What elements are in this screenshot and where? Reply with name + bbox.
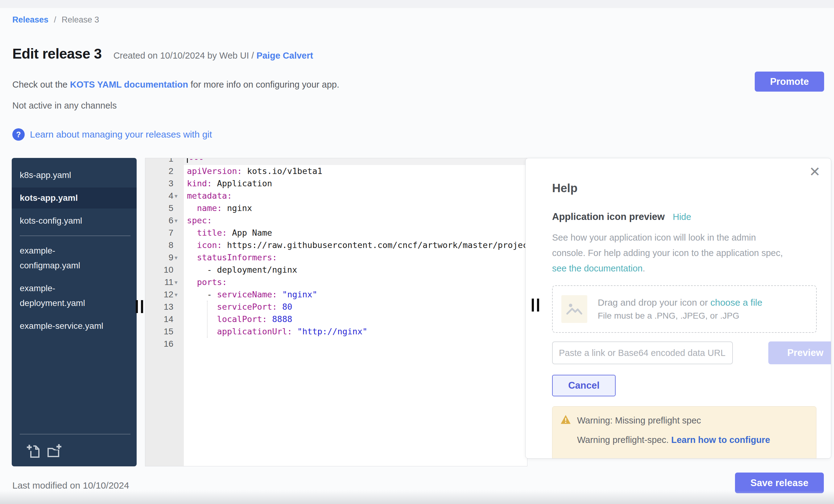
- code-text: name: nginx: [184, 202, 527, 214]
- file-type-hint: File must be a .PNG, .JPEG, or .JPG: [598, 311, 763, 321]
- fold-arrow-icon[interactable]: ▾: [173, 279, 184, 286]
- breadcrumb-separator: /: [54, 15, 57, 24]
- question-icon: ?: [12, 128, 25, 141]
- file-item-k8s-app-yaml[interactable]: k8s-app.yaml: [12, 165, 137, 186]
- code-text: servicePort: 80: [184, 301, 527, 313]
- file-sidebar: k8s-app.yamlkots-app.yamlkots-config.yam…: [12, 158, 137, 466]
- breadcrumb: Releases / Release 3: [12, 15, 99, 25]
- icon-dropzone[interactable]: Drag and drop your icon or choose a file…: [552, 285, 817, 333]
- fold-arrow-icon[interactable]: ▾: [173, 217, 184, 224]
- editor-line-2[interactable]: 2apiVersion: kots.io/v1beta1: [145, 165, 527, 177]
- created-info: Created on 10/10/2024 by Web UI / Paige …: [113, 50, 313, 61]
- sidebar-footer-divider: [20, 434, 130, 434]
- sidebar-footer: [12, 430, 137, 461]
- drop-text: Drag and drop your icon or: [598, 297, 710, 308]
- code-text: ---: [184, 158, 527, 165]
- editor-line-3[interactable]: 3kind: Application: [145, 177, 527, 190]
- code-text: - serviceName: "nginx": [184, 288, 527, 301]
- choose-file-link[interactable]: choose a file: [710, 297, 762, 308]
- code-text: statusInformers:: [184, 251, 527, 264]
- save-release-button[interactable]: Save release: [735, 473, 824, 493]
- desc-suffix: .: [642, 263, 645, 273]
- cancel-button[interactable]: Cancel: [552, 375, 616, 396]
- see-documentation-link[interactable]: see the documentation: [552, 263, 642, 273]
- editor-line-7[interactable]: 7 title: App Name: [145, 227, 527, 239]
- release-editor-page: Releases / Release 3 Edit release 3 Crea…: [0, 0, 834, 504]
- editor-line-8[interactable]: 8 icon: https://raw.githubusercontent.co…: [145, 239, 527, 251]
- editor-line-12[interactable]: 12▾ - serviceName: "nginx": [145, 288, 527, 301]
- line-number: 10: [164, 265, 173, 275]
- code-text: spec:: [184, 214, 527, 227]
- channel-status: Not active in any channels: [12, 101, 117, 111]
- file-item-example-service-yaml[interactable]: example-service.yaml: [12, 315, 137, 336]
- icon-preview-title: Application icon preview: [552, 211, 665, 222]
- fold-arrow-icon[interactable]: ▾: [173, 193, 184, 200]
- editor-line-5[interactable]: 5 name: nginx: [145, 202, 527, 214]
- indent-guide: [207, 301, 207, 338]
- docs-line: Check out the KOTS YAML documentation fo…: [12, 79, 339, 90]
- line-number: 1: [169, 158, 173, 164]
- line-number: 9: [169, 253, 173, 262]
- new-file-icon[interactable]: [26, 443, 42, 461]
- breadcrumb-releases-link[interactable]: Releases: [12, 15, 48, 24]
- code-text: icon: https://raw.githubusercontent.com/…: [184, 239, 527, 251]
- file-item-kots-app-yaml[interactable]: kots-app.yaml: [12, 188, 137, 209]
- editor-line-1[interactable]: 1---: [145, 158, 527, 165]
- learn-configure-link[interactable]: Learn how to configure: [671, 435, 770, 445]
- top-band: [0, 0, 834, 8]
- line-number: 15: [164, 327, 173, 336]
- code-text: - deployment/nginx: [184, 264, 527, 276]
- code-text: [184, 338, 527, 350]
- code-text: kind: Application: [184, 177, 527, 190]
- file-item-example-configmap-yaml[interactable]: example-configmap.yaml: [12, 240, 137, 276]
- sidebar-resize-handle[interactable]: [136, 300, 143, 313]
- fold-arrow-icon[interactable]: ▾: [173, 254, 184, 261]
- file-item-kots-config-yaml[interactable]: kots-config.yaml: [12, 210, 137, 231]
- code-text: apiVersion: kots.io/v1beta1: [184, 165, 527, 177]
- editor-line-13[interactable]: 13 servicePort: 80: [145, 301, 527, 313]
- icon-url-input[interactable]: [552, 342, 733, 364]
- bottom-gradient: [0, 490, 834, 504]
- close-icon[interactable]: ✕: [809, 164, 820, 179]
- text-cursor: [187, 158, 188, 163]
- editor-line-15[interactable]: 15 applicationUrl: "http://nginx": [145, 325, 527, 338]
- docs-line-prefix: Check out the: [12, 80, 70, 89]
- promote-button[interactable]: Promote: [755, 71, 824, 92]
- line-number: 16: [164, 339, 173, 349]
- editor-line-6[interactable]: 6▾spec:: [145, 214, 527, 227]
- code-text: metadata:: [184, 190, 527, 202]
- preview-button[interactable]: Preview: [768, 342, 831, 364]
- image-placeholder-icon: [561, 295, 587, 323]
- editor-line-11[interactable]: 11▾ ports:: [145, 276, 527, 288]
- yaml-editor[interactable]: 1---2apiVersion: kots.io/v1beta13kind: A…: [145, 158, 527, 466]
- editor-lines: 1---2apiVersion: kots.io/v1beta13kind: A…: [145, 158, 527, 350]
- git-releases-link[interactable]: Learn about managing your releases with …: [30, 129, 212, 140]
- git-help-row: ? Learn about managing your releases wit…: [12, 128, 212, 141]
- editor-line-14[interactable]: 14 localPort: 8888: [145, 313, 527, 325]
- fold-arrow-icon[interactable]: ▾: [173, 291, 184, 298]
- line-number: 13: [164, 302, 173, 312]
- editor-line-4[interactable]: 4▾metadata:: [145, 190, 527, 202]
- line-number: 8: [169, 240, 173, 250]
- title-row: Edit release 3 Created on 10/10/2024 by …: [12, 45, 313, 62]
- hide-link[interactable]: Hide: [673, 212, 691, 222]
- code-text: applicationUrl: "http://nginx": [184, 325, 527, 338]
- kots-yaml-docs-link[interactable]: KOTS YAML documentation: [70, 80, 188, 89]
- new-folder-icon[interactable]: [46, 443, 62, 461]
- author-link[interactable]: Paige Calvert: [256, 50, 313, 61]
- breadcrumb-current: Release 3: [62, 15, 99, 24]
- page-title: Edit release 3: [12, 45, 102, 62]
- file-item-example-deployment-yaml[interactable]: example-deployment.yaml: [12, 278, 137, 314]
- line-number: 6: [169, 216, 173, 225]
- line-number: 3: [169, 179, 173, 189]
- editor-line-16[interactable]: 16: [145, 338, 527, 350]
- warning-title: Warning: Missing preflight spec: [577, 415, 701, 426]
- code-text: ports:: [184, 276, 527, 288]
- editor-line-9[interactable]: 9▾ statusInformers:: [145, 251, 527, 264]
- help-resize-handle[interactable]: [532, 299, 539, 311]
- help-panel: ✕ Help Application icon preview Hide See…: [525, 158, 831, 459]
- editor-line-10[interactable]: 10 - deployment/nginx: [145, 264, 527, 276]
- line-number: 11: [164, 277, 173, 287]
- code-text: localPort: 8888: [184, 313, 527, 325]
- line-number: 5: [169, 203, 173, 213]
